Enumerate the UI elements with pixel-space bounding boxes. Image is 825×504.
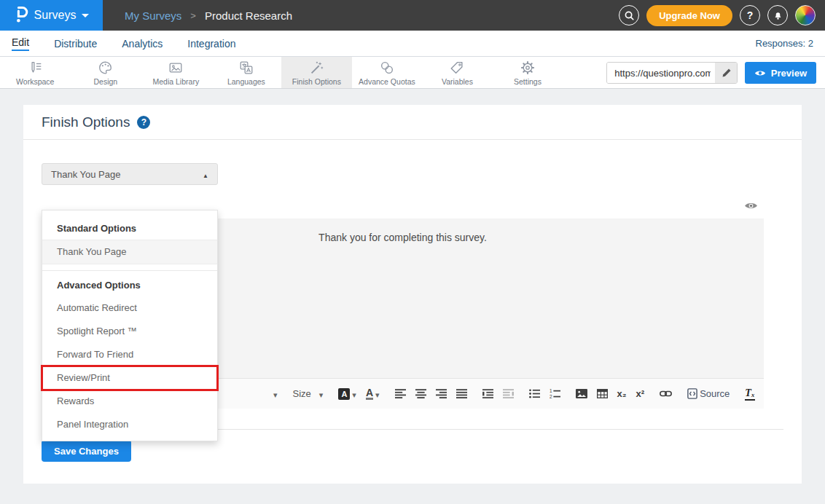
superscript-button[interactable]: x² bbox=[636, 388, 645, 399]
align-center-icon bbox=[415, 389, 426, 398]
settings-gear-icon bbox=[519, 60, 536, 76]
insert-table-icon bbox=[597, 389, 608, 398]
pencil-icon bbox=[721, 68, 732, 79]
ribbon-item-workspace[interactable]: Workspace bbox=[0, 57, 71, 88]
remove-format-button[interactable]: Tₓ bbox=[745, 387, 754, 401]
preview-button[interactable]: Preview bbox=[745, 62, 816, 84]
chevron-up-icon bbox=[203, 169, 208, 180]
questionpro-logo-icon bbox=[14, 5, 28, 26]
design-palette-icon bbox=[97, 60, 114, 76]
insert-image-button[interactable] bbox=[576, 389, 587, 398]
numbered-list-icon: 12 bbox=[550, 389, 560, 398]
breadcrumb-current-survey: Product Research bbox=[205, 9, 292, 22]
chevron-down-icon bbox=[375, 387, 380, 401]
insert-link-button[interactable] bbox=[660, 390, 672, 398]
text-color-button[interactable]: A bbox=[366, 387, 380, 401]
indent-button[interactable] bbox=[482, 389, 493, 398]
finish-type-selected-value: Thank You Page bbox=[51, 169, 120, 180]
breadcrumb-my-surveys[interactable]: My Surveys bbox=[125, 9, 181, 22]
dropdown-item-review-print[interactable]: Review/Print bbox=[42, 366, 217, 390]
tab-integration[interactable]: Integration bbox=[187, 31, 235, 57]
align-left-button[interactable] bbox=[395, 389, 406, 398]
svg-text:2: 2 bbox=[550, 394, 552, 398]
ribbon-item-finish-options[interactable]: Finish Options bbox=[281, 57, 352, 88]
finish-type-dropdown: Standard Options Thank You Page Advanced… bbox=[42, 210, 218, 441]
dropdown-item-spotlight-report[interactable]: Spotlight Report ™ bbox=[42, 320, 217, 343]
ribbon-item-variables[interactable]: Variables bbox=[422, 57, 493, 88]
dropdown-item-rewards[interactable]: Rewards bbox=[42, 390, 217, 413]
variables-tag-icon bbox=[448, 60, 466, 76]
card-body: Thank You Page Thank you for completing … bbox=[23, 163, 802, 462]
align-center-button[interactable] bbox=[415, 389, 426, 398]
font-dropdown-caret[interactable] bbox=[273, 387, 278, 401]
languages-icon bbox=[238, 60, 255, 76]
dropdown-item-thank-you-page[interactable]: Thank You Page bbox=[42, 240, 217, 264]
responses-count[interactable]: Responses: 2 bbox=[756, 38, 814, 49]
dropdown-divider bbox=[42, 270, 217, 271]
insert-image-icon bbox=[576, 389, 587, 398]
visibility-toggle[interactable] bbox=[744, 200, 758, 213]
edit-ribbon: Workspace Design Media Library Languages… bbox=[0, 57, 825, 89]
question-circle-icon[interactable]: ? bbox=[137, 116, 150, 129]
eye-icon bbox=[754, 69, 766, 77]
survey-url-input[interactable] bbox=[607, 63, 715, 83]
outdent-icon bbox=[503, 389, 514, 398]
view-source-button[interactable]: Source bbox=[687, 388, 730, 399]
survey-tabbar: Edit Distribute Analytics Integration Re… bbox=[0, 31, 825, 57]
chevron-down-icon bbox=[273, 387, 278, 401]
survey-url-group bbox=[606, 62, 738, 84]
align-right-icon bbox=[436, 389, 447, 398]
help-button[interactable]: ? bbox=[740, 5, 760, 25]
product-switcher[interactable]: Surveys bbox=[0, 0, 103, 31]
edit-url-button[interactable] bbox=[715, 63, 737, 83]
source-file-icon bbox=[687, 388, 697, 399]
subscript-button[interactable]: x₂ bbox=[617, 388, 627, 399]
dropdown-item-forward-to-friend[interactable]: Forward To Friend bbox=[42, 343, 217, 366]
tab-analytics[interactable]: Analytics bbox=[122, 31, 163, 57]
notifications-button[interactable] bbox=[767, 5, 788, 25]
background-color-button[interactable]: A bbox=[338, 387, 356, 401]
tab-edit[interactable]: Edit bbox=[12, 31, 29, 57]
align-justify-icon bbox=[456, 389, 467, 398]
outdent-button[interactable] bbox=[503, 389, 514, 398]
user-avatar[interactable] bbox=[795, 5, 816, 25]
breadcrumb: My Surveys > Product Research bbox=[125, 9, 292, 22]
eye-icon bbox=[744, 201, 758, 210]
workspace-icon bbox=[27, 60, 44, 76]
link-icon bbox=[660, 390, 672, 398]
dropdown-item-automatic-redirect[interactable]: Automatic Redirect bbox=[42, 296, 217, 320]
search-button[interactable] bbox=[619, 5, 639, 25]
ribbon-item-design[interactable]: Design bbox=[71, 57, 141, 88]
product-name: Surveys bbox=[34, 9, 77, 22]
question-mark-icon: ? bbox=[747, 9, 754, 21]
background-color-swatch: A bbox=[338, 388, 350, 400]
advance-quotas-chain-icon bbox=[378, 60, 396, 76]
dropdown-item-panel-integration[interactable]: Panel Integration bbox=[42, 413, 217, 436]
media-library-icon bbox=[167, 60, 184, 76]
finish-options-wand-icon bbox=[308, 60, 325, 76]
tab-distribute[interactable]: Distribute bbox=[54, 31, 97, 57]
ribbon-item-settings[interactable]: Settings bbox=[493, 57, 563, 88]
bell-icon bbox=[773, 9, 783, 21]
ribbon-item-advance-quotas[interactable]: Advance Quotas bbox=[352, 57, 423, 88]
breadcrumb-separator: > bbox=[190, 10, 196, 21]
search-icon bbox=[624, 10, 635, 21]
svg-text:1: 1 bbox=[550, 389, 552, 393]
ribbon-item-media-library[interactable]: Media Library bbox=[141, 57, 211, 88]
card-header: Finish Options ? bbox=[23, 105, 802, 140]
text-color-letter: A bbox=[366, 388, 373, 400]
align-justify-button[interactable] bbox=[456, 389, 467, 398]
save-changes-button[interactable]: Save Changes bbox=[42, 440, 131, 462]
insert-table-button[interactable] bbox=[597, 389, 608, 398]
ribbon-item-languages[interactable]: Languages bbox=[211, 57, 282, 88]
bulleted-list-button[interactable] bbox=[529, 389, 540, 398]
chevron-down-icon bbox=[319, 387, 324, 401]
font-size-dropdown[interactable]: Size bbox=[293, 387, 324, 401]
align-right-button[interactable] bbox=[436, 389, 447, 398]
align-left-icon bbox=[395, 389, 406, 398]
chevron-down-icon bbox=[352, 387, 356, 401]
finish-type-select[interactable]: Thank You Page bbox=[42, 163, 218, 185]
upgrade-now-button[interactable]: Upgrade Now bbox=[646, 5, 732, 26]
indent-icon bbox=[482, 389, 493, 398]
numbered-list-button[interactable]: 12 bbox=[550, 389, 560, 398]
